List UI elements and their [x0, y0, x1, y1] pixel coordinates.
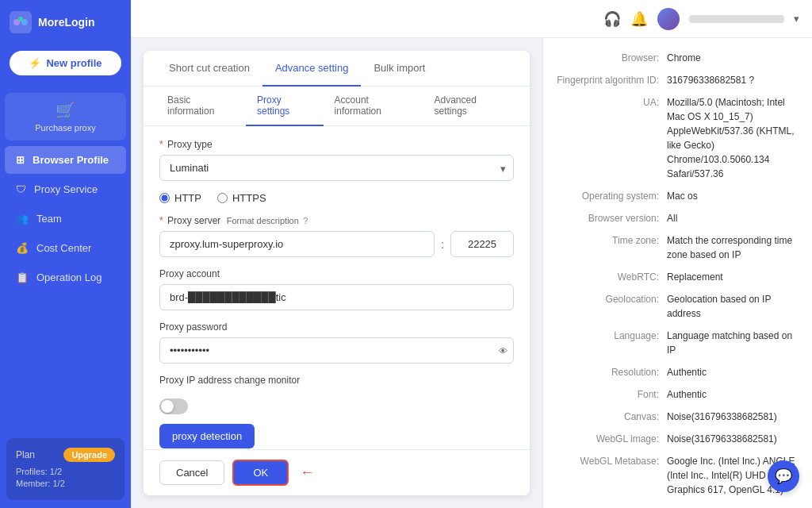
geolocation-value: Geolocation based on IP address: [667, 292, 799, 321]
app-logo: MoreLogin: [0, 0, 131, 44]
tab-bulk[interactable]: Bulk import: [361, 51, 438, 87]
sidebar-item-cost-center[interactable]: 💰 Cost Center: [5, 234, 126, 262]
fingerprint-key: Fingerprint algorithm ID:: [556, 73, 667, 87]
bell-icon[interactable]: 🔔: [630, 10, 648, 28]
proxy-server-label-text: Proxy server: [167, 215, 220, 226]
https-radio[interactable]: [217, 193, 228, 203]
browser-version-key: Browser version:: [556, 211, 667, 225]
new-profile-button[interactable]: ⚡ New profile: [10, 51, 121, 75]
form-footer: Cancel OK ←: [144, 449, 530, 495]
cart-icon: 🛒: [56, 101, 75, 120]
proxy-password-field: Proxy password 👁: [159, 321, 514, 364]
server-port-input[interactable]: [450, 231, 514, 257]
sidebar-item-label: Browser Profile: [33, 154, 109, 166]
server-host-input[interactable]: [159, 231, 435, 257]
language-key: Language:: [556, 329, 667, 357]
headset-icon[interactable]: 🎧: [603, 10, 621, 28]
protocol-radio-group: HTTP HTTPS: [159, 192, 514, 204]
ip-change-label: Proxy IP address change monitor: [159, 375, 514, 387]
sidebar-item-proxy-service[interactable]: 🛡 Proxy Service: [5, 175, 126, 203]
webrtc-key: WebRTC:: [556, 270, 667, 284]
sidebar-item-label: Proxy Service: [34, 183, 98, 195]
proxy-type-field: * Proxy type Luminati: [159, 139, 514, 181]
http-radio[interactable]: [159, 193, 170, 203]
ua-row: UA: Mozilla/5.0 (Macintosh; Intel Mac OS…: [556, 95, 799, 181]
resolution-key: Resolution:: [556, 365, 667, 379]
proxy-form-content: * Proxy type Luminati HTTP: [144, 126, 530, 449]
plan-info: Profiles: 1/2 Member: 1/2: [16, 467, 115, 488]
browser-value: Chrome: [667, 51, 799, 65]
proxy-server-label: * Proxy server Format description ?: [159, 215, 514, 226]
font-value: Authentic: [667, 387, 799, 402]
ip-change-toggle-row: Proxy IP address change monitor: [159, 375, 514, 387]
sidebar-item-operation-log[interactable]: 📋 Operation Log: [5, 264, 126, 291]
fingerprint-row: Fingerprint algorithm ID: 31679633868258…: [556, 73, 799, 87]
proxy-detection-button[interactable]: proxy detection: [159, 424, 255, 448]
sub-tab-advanced[interactable]: Advanced settings: [423, 87, 517, 126]
timezone-key: Time zone:: [556, 233, 667, 262]
webgl-image-key: WebGL image:: [556, 432, 667, 446]
shield-icon: 🛡: [16, 183, 26, 195]
proxy-account-label: Proxy account: [159, 268, 514, 279]
app-name: MoreLogin: [38, 16, 95, 29]
ua-key: UA:: [556, 95, 667, 181]
resolution-row: Resolution: Authentic: [556, 365, 799, 379]
cancel-button[interactable]: Cancel: [159, 460, 224, 485]
proxy-type-select-wrapper: Luminati: [159, 155, 514, 181]
sub-tabs: Basic information Proxy settings Account…: [144, 87, 530, 126]
ok-button[interactable]: OK: [232, 460, 289, 486]
tab-advance[interactable]: Advance setting: [262, 51, 362, 87]
https-radio-label[interactable]: HTTPS: [217, 192, 266, 204]
eye-icon[interactable]: 👁: [499, 346, 508, 356]
password-input-wrapper: 👁: [159, 337, 514, 364]
hw-accel-key: Hardware acceleration:: [556, 505, 667, 508]
proxy-password-input[interactable]: [159, 337, 514, 364]
proxy-type-select[interactable]: Luminati: [159, 155, 514, 181]
ua-value: Mozilla/5.0 (Macintosh; Intel Mac OS X 1…: [667, 95, 799, 181]
sidebar-item-label: Team: [36, 213, 62, 225]
sidebar-item-browser-profile[interactable]: ⊞ Browser Profile: [5, 146, 126, 174]
geolocation-key: Geolocation:: [556, 292, 667, 321]
main-area: 🎧 🔔 ▾ Short cut creation Advance setting…: [131, 0, 812, 508]
dollar-icon: 💰: [16, 242, 29, 254]
proxy-account-field: Proxy account: [159, 268, 514, 310]
timezone-row: Time zone: Match the corresponding time …: [556, 233, 799, 262]
ip-change-label-group: Proxy IP address change monitor: [159, 375, 514, 387]
os-key: Operating system:: [556, 189, 667, 203]
toggle-container: [159, 398, 514, 414]
chat-bubble-button[interactable]: 💬: [768, 460, 799, 492]
os-row: Operating system: Mac os: [556, 189, 799, 203]
proxy-type-label-text: Proxy type: [167, 139, 213, 150]
canvas-row: Canvas: Noise(316796338682581): [556, 410, 799, 424]
upgrade-button[interactable]: Upgrade: [63, 448, 115, 462]
sub-tab-proxy[interactable]: Proxy settings: [246, 87, 324, 126]
tab-shortcut[interactable]: Short cut creation: [156, 51, 262, 87]
avatar: [657, 8, 680, 30]
sub-tab-basic[interactable]: Basic information: [156, 87, 246, 126]
proxy-type-label: * Proxy type: [159, 139, 514, 150]
http-label-text: HTTP: [174, 192, 201, 204]
help-icon[interactable]: ?: [303, 216, 308, 225]
member-value: 1/2: [52, 479, 64, 488]
chevron-down-icon[interactable]: ▾: [794, 13, 799, 25]
fingerprint-value: 316796338682581 ?: [667, 73, 799, 87]
browser-key: Browser:: [556, 51, 667, 65]
content-area: Short cut creation Advance setting Bulk …: [131, 38, 812, 508]
users-icon: 👥: [16, 213, 29, 225]
sidebar: MoreLogin ⚡ New profile 🛒 Purchase proxy…: [0, 0, 131, 508]
language-row: Language: Language matching based on IP: [556, 329, 799, 357]
webgl-meta-key: WebGL Metabase:: [556, 454, 667, 497]
browser-version-value: All: [667, 211, 799, 225]
info-rows: Browser: Chrome Fingerprint algorithm ID…: [556, 51, 799, 508]
sidebar-item-team[interactable]: 👥 Team: [5, 205, 126, 233]
proxy-account-input[interactable]: [159, 284, 514, 310]
http-radio-label[interactable]: HTTP: [159, 192, 201, 204]
format-description-label: Format description: [227, 216, 299, 225]
proxy-server-field: * Proxy server Format description ? :: [159, 215, 514, 257]
sub-tab-account[interactable]: Account information: [324, 87, 423, 126]
purchase-proxy-nav[interactable]: 🛒 Purchase proxy: [5, 93, 126, 140]
main-tabs: Short cut creation Advance setting Bulk …: [144, 51, 530, 87]
ip-change-toggle[interactable]: [159, 398, 188, 414]
proxy-password-label: Proxy password: [159, 321, 514, 333]
resolution-value: Authentic: [667, 365, 799, 379]
